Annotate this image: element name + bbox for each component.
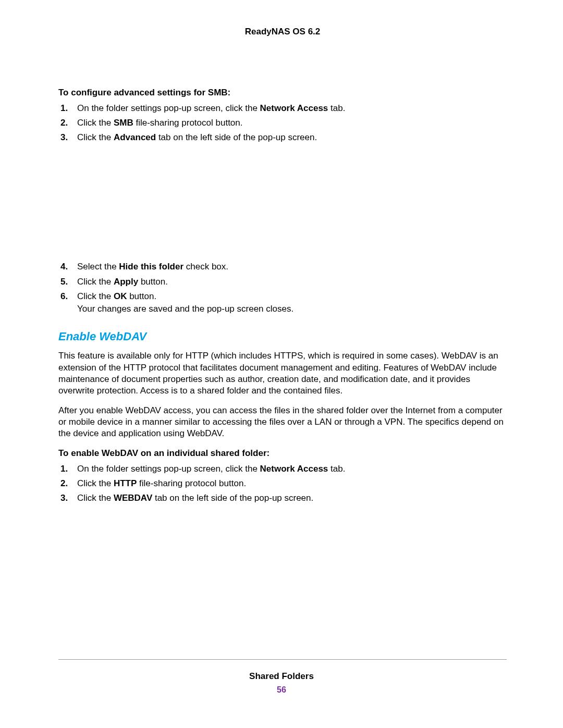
- step-text: tab on the left side of the pop-up scree…: [156, 132, 317, 142]
- step-text: Click the: [77, 493, 114, 503]
- step-text: Select the: [77, 262, 119, 272]
- document-page: ReadyNAS OS 6.2 To configure advanced se…: [0, 0, 563, 728]
- step-text: Click the: [77, 478, 114, 488]
- step-text: button.: [127, 291, 156, 301]
- list-item: 1. On the folder settings pop-up screen,…: [58, 103, 507, 114]
- step-text: Click the: [77, 277, 114, 287]
- list-item: 3. Click the WEBDAV tab on the left side…: [58, 492, 507, 504]
- step-bold: Apply: [114, 277, 138, 287]
- figure-placeholder: [58, 149, 507, 261]
- section-lead-smb: To configure advanced settings for SMB:: [58, 87, 507, 98]
- steps-smb-a: 1. On the folder settings pop-up screen,…: [58, 103, 507, 143]
- page-number: 56: [0, 685, 563, 696]
- step-text: tab.: [328, 464, 345, 474]
- footer-rule: [58, 659, 507, 660]
- section-lead-webdav: To enable WebDAV on an individual shared…: [58, 448, 507, 459]
- step-bold: OK: [114, 291, 127, 301]
- paragraph: After you enable WebDAV access, you can …: [58, 405, 507, 439]
- list-item: 5. Click the Apply button.: [58, 276, 507, 288]
- list-item: 6. Click the OK button. Your changes are…: [58, 291, 507, 315]
- list-item: 4. Select the Hide this folder check box…: [58, 261, 507, 273]
- step-number: 1.: [60, 463, 68, 475]
- step-text: On the folder settings pop-up screen, cl…: [77, 103, 260, 113]
- step-text: tab on the left side of the pop-up scree…: [152, 493, 313, 503]
- step-bold: Network Access: [260, 464, 328, 474]
- step-subtext: Your changes are saved and the pop-up sc…: [77, 303, 507, 315]
- steps-smb-b: 4. Select the Hide this folder check box…: [58, 261, 507, 314]
- list-item: 2. Click the HTTP file-sharing protocol …: [58, 478, 507, 489]
- step-number: 1.: [60, 103, 68, 114]
- step-number: 4.: [60, 261, 68, 273]
- step-number: 2.: [60, 478, 68, 489]
- step-text: button.: [138, 277, 168, 287]
- list-item: 2. Click the SMB file-sharing protocol b…: [58, 117, 507, 129]
- step-text: file-sharing protocol button.: [133, 118, 243, 128]
- step-text: Click the: [77, 118, 114, 128]
- steps-webdav: 1. On the folder settings pop-up screen,…: [58, 463, 507, 504]
- paragraph: This feature is available only for HTTP …: [58, 350, 507, 396]
- step-bold: Hide this folder: [119, 262, 183, 272]
- step-text: Click the: [77, 291, 114, 301]
- document-header: ReadyNAS OS 6.2: [58, 26, 507, 38]
- step-number: 3.: [60, 492, 68, 504]
- step-bold: Network Access: [260, 103, 328, 113]
- section-heading-webdav: Enable WebDAV: [58, 329, 507, 344]
- list-item: 1. On the folder settings pop-up screen,…: [58, 463, 507, 475]
- step-text: file-sharing protocol button.: [137, 478, 246, 488]
- step-text: check box.: [183, 262, 228, 272]
- step-text: tab.: [328, 103, 345, 113]
- step-bold: Advanced: [114, 132, 156, 142]
- step-bold: HTTP: [114, 478, 137, 488]
- step-number: 5.: [60, 276, 68, 288]
- step-bold: SMB: [114, 118, 133, 128]
- step-text: Click the: [77, 132, 114, 142]
- step-number: 3.: [60, 132, 68, 143]
- step-number: 2.: [60, 117, 68, 129]
- step-text: On the folder settings pop-up screen, cl…: [77, 464, 260, 474]
- step-bold: WEBDAV: [114, 493, 152, 503]
- list-item: 3. Click the Advanced tab on the left si…: [58, 132, 507, 143]
- step-number: 6.: [60, 291, 68, 302]
- footer-title: Shared Folders: [0, 671, 563, 682]
